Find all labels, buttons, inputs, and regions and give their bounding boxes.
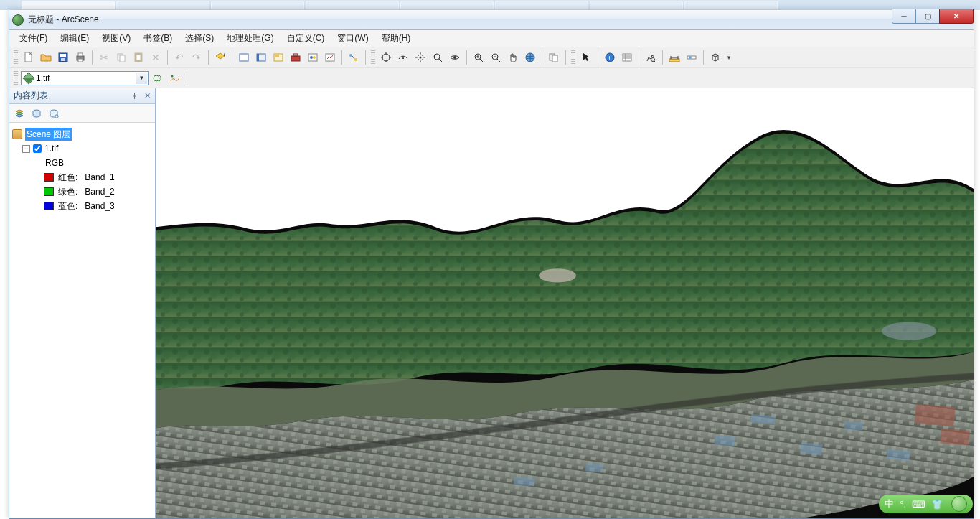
toolbox-icon[interactable]	[288, 50, 303, 65]
close-icon[interactable]: ✕	[142, 90, 152, 100]
ime-keyboard-icon[interactable]: ⌨	[912, 499, 925, 510]
measure-icon[interactable]	[666, 50, 682, 65]
ime-settings-icon[interactable]	[951, 496, 967, 512]
svg-point-66	[539, 268, 576, 282]
menu-view[interactable]: 视图(V)	[96, 30, 136, 47]
paste-icon[interactable]	[131, 50, 146, 65]
3d-box-icon[interactable]	[707, 50, 723, 65]
zoom-out-icon[interactable]	[488, 50, 504, 65]
toolbar-grip[interactable]	[14, 50, 18, 65]
svg-point-42	[154, 75, 159, 81]
open-icon[interactable]	[38, 50, 54, 65]
svg-rect-65	[940, 428, 970, 446]
scene-props-icon[interactable]	[236, 50, 252, 65]
svg-rect-63	[514, 477, 534, 486]
svg-point-21	[313, 56, 316, 59]
attributes-icon[interactable]	[619, 50, 635, 65]
redo-icon[interactable]: ↷	[189, 50, 204, 65]
sublayer-icon[interactable]	[270, 50, 286, 65]
svg-rect-58	[750, 414, 776, 424]
look-at-icon[interactable]	[447, 50, 463, 65]
maximize-button[interactable]: ▢	[915, 9, 940, 24]
menu-edit[interactable]: 编辑(E)	[55, 30, 95, 47]
tree-band-red: 红色: Band_1	[12, 170, 152, 184]
toolbar-grip[interactable]	[371, 50, 375, 65]
svg-point-46	[55, 114, 58, 117]
menu-bookmarks[interactable]: 书签(B)	[138, 30, 178, 47]
ime-widget[interactable]: 中 °, ⌨ 👕	[879, 495, 973, 513]
ime-punct-label[interactable]: °,	[900, 499, 906, 510]
navigate-icon[interactable]	[378, 50, 394, 65]
print-icon[interactable]	[72, 50, 88, 65]
find-icon[interactable]	[643, 50, 659, 65]
list-by-source-icon[interactable]	[29, 106, 44, 121]
toolbar-grip[interactable]	[571, 50, 575, 65]
svg-rect-57	[715, 435, 735, 446]
menu-geoprocessing[interactable]: 地理处理(G)	[221, 30, 279, 47]
green-swatch-icon	[44, 187, 54, 196]
identify-icon[interactable]: i	[602, 50, 618, 65]
svg-rect-2	[60, 54, 66, 57]
body-area: 内容列表 ✕ Scene 图层 − 1.tif	[9, 88, 974, 518]
toolbar-row-1: ✂ ✕ ↶ ↷ +	[9, 47, 974, 67]
select-arrow-icon[interactable]	[578, 50, 594, 65]
3d-viewport[interactable]	[156, 88, 974, 518]
svg-rect-8	[120, 55, 125, 62]
red-swatch-icon	[44, 173, 54, 182]
menu-selection[interactable]: 选择(S)	[179, 30, 220, 47]
python-icon[interactable]	[305, 50, 321, 65]
time-slider-icon[interactable]	[684, 50, 699, 65]
collapse-icon[interactable]: −	[22, 145, 30, 153]
minimize-button[interactable]: ─	[892, 9, 916, 24]
analysis-icon[interactable]	[167, 70, 183, 86]
close-button[interactable]: ✕	[939, 9, 974, 24]
menu-customize[interactable]: 自定义(C)	[281, 30, 331, 47]
copy-icon[interactable]	[113, 50, 129, 65]
tree-band-green: 绿色: Band_2	[12, 184, 152, 199]
ime-skin-icon[interactable]: 👕	[931, 499, 943, 510]
results-icon[interactable]	[322, 50, 338, 65]
toc-tree[interactable]: Scene 图层 − 1.tif RGB 红色: Band_1 绿色:	[9, 123, 155, 518]
center-target-icon[interactable]	[413, 50, 428, 65]
save-icon[interactable]	[55, 50, 71, 65]
blue-band: Band_3	[85, 200, 114, 212]
tree-root-scene[interactable]: Scene 图层	[12, 127, 152, 141]
zoom-in-icon[interactable]	[471, 50, 486, 65]
layer-combo[interactable]: 1.tif ▼	[21, 71, 149, 85]
add-data-icon[interactable]: +	[212, 50, 228, 65]
tree-layer-row[interactable]: − 1.tif	[12, 141, 152, 156]
menu-file[interactable]: 文件(F)	[14, 30, 53, 47]
svg-point-38	[651, 58, 655, 62]
snapshot-icon[interactable]	[546, 50, 562, 65]
menu-windows[interactable]: 窗口(W)	[331, 30, 374, 47]
list-by-selection-icon[interactable]	[47, 106, 61, 121]
cut-icon[interactable]: ✂	[96, 50, 112, 65]
new-icon[interactable]	[21, 50, 37, 65]
delete-icon[interactable]: ✕	[148, 50, 164, 65]
chevron-down-icon[interactable]: ▼	[136, 73, 147, 84]
dropdown-arrow-icon[interactable]: ▼	[725, 50, 733, 65]
svg-rect-37	[623, 54, 631, 61]
toc-header[interactable]: 内容列表 ✕	[9, 88, 155, 104]
model-builder-icon[interactable]	[346, 50, 362, 65]
full-extent-icon[interactable]	[522, 50, 538, 65]
menu-help[interactable]: 帮助(H)	[376, 30, 417, 47]
svg-text:+: +	[222, 52, 226, 58]
rgb-label: RGB	[45, 156, 64, 169]
layer-list-icon[interactable]	[253, 50, 269, 65]
pin-icon[interactable]	[129, 90, 139, 100]
pan-icon[interactable]	[505, 50, 521, 65]
toolbar-grip[interactable]	[14, 71, 18, 85]
zoom-target-icon[interactable]	[430, 50, 446, 65]
svg-rect-17	[291, 56, 300, 61]
geoprocess-icon[interactable]	[150, 70, 166, 86]
window-title: 无标题 - ArcScene	[28, 14, 99, 26]
layer-visibility-checkbox[interactable]	[33, 144, 42, 153]
svg-point-67	[882, 322, 936, 340]
undo-icon[interactable]: ↶	[171, 50, 187, 65]
fly-icon[interactable]	[395, 50, 411, 65]
svg-rect-14	[257, 54, 259, 61]
list-by-drawing-order-icon[interactable]	[12, 106, 27, 121]
ime-lang-label[interactable]: 中	[885, 497, 894, 510]
titlebar[interactable]: 无标题 - ArcScene ─ ▢ ✕	[9, 10, 974, 30]
